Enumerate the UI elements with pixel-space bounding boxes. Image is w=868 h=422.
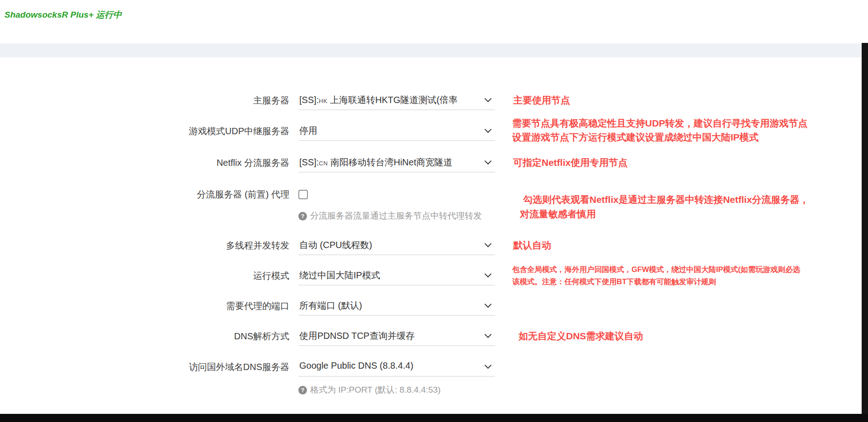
- field-label-front-proxy: 分流服务器 (前置) 代理: [90, 184, 289, 204]
- note-game-udp-server: 需要节点具有极高稳定性且支持UDP转发，建议自行寻找专用游戏节点 设置游戏节点下…: [512, 116, 807, 144]
- chevron-down-icon: [485, 362, 492, 369]
- note-front-proxy: 勾选则代表观看Netflix是通过主服务器中转连接Netflix分流服务器， 对…: [520, 192, 809, 221]
- help-text: 格式为 IP:PORT (默认: 8.8.4.4:53): [310, 384, 441, 396]
- note-threads: 默认自动: [513, 235, 551, 255]
- main-server-value: [SS]:HK 上海联通转HKTG隧道测试(倍率: [299, 94, 458, 106]
- threads-value: 自动 (CPU线程数): [299, 239, 372, 251]
- section-divider-bar: [0, 43, 862, 57]
- bottom-edge-bar: [0, 414, 868, 422]
- field-label-dns-mode: DNS解析方式: [90, 326, 289, 346]
- field-label-threads: 多线程并发转发: [90, 235, 289, 255]
- right-edge-strip: [862, 43, 868, 422]
- app-name: ShadowsocksR Plus+: [5, 10, 94, 19]
- game-udp-server-value: 停用: [299, 125, 317, 137]
- front-proxy-checkbox[interactable]: [298, 190, 308, 199]
- chevron-down-icon: [485, 271, 492, 278]
- value-text: 上海联通转HKTG隧道测试(倍率: [330, 95, 458, 105]
- help-text: 分流服务器流量通过主服务节点中转代理转发: [310, 210, 482, 222]
- note-line: 对流量敏感者慎用: [520, 207, 809, 221]
- note-line: 设置游戏节点下方运行模式建议设置成绕过中国大陆IP模式: [512, 130, 807, 144]
- foreign-dns-select[interactable]: Google Public DNS (8.8.4.4): [298, 357, 495, 377]
- run-mode-value: 绕过中国大陆IP模式: [299, 269, 380, 281]
- threads-select[interactable]: 自动 (CPU线程数): [298, 235, 495, 255]
- proxy-ports-select[interactable]: 所有端口 (默认): [298, 296, 495, 316]
- value-prefix: [SS]:: [299, 95, 319, 105]
- field-label-run-mode: 运行模式: [90, 266, 289, 286]
- field-label-proxy-ports: 需要代理的端口: [90, 296, 289, 316]
- chevron-down-icon: [485, 331, 492, 338]
- note-run-mode: 包含全局模式，海外用户回国模式，GFW模式，绕过中国大陆IP模式(如需玩游戏则必…: [512, 263, 800, 288]
- chevron-down-icon: [485, 126, 492, 133]
- question-mark-icon: ?: [298, 212, 307, 220]
- value-prefix: [SS]:: [299, 157, 319, 167]
- dns-mode-select[interactable]: 使用PDNSD TCP查询并缓存: [298, 326, 495, 346]
- note-line: 包含全局模式，海外用户回国模式，GFW模式，绕过中国大陆IP模式(如需玩游戏则必…: [512, 263, 800, 276]
- netflix-server-value: [SS]:CN 南阳移动转台湾HiNet商宽隧道: [299, 156, 453, 169]
- chevron-down-icon: [485, 301, 492, 308]
- dns-mode-value: 使用PDNSD TCP查询并缓存: [299, 330, 415, 342]
- content-area: ShadowsocksR Plus+ 运行中 主服务器 [SS]:HK 上海联通…: [0, 0, 862, 414]
- note-dns-mode: 如无自定义DNS需求建议自动: [519, 326, 643, 346]
- foreign-dns-value: Google Public DNS (8.8.4.4): [299, 361, 413, 371]
- note-line: 该模式。注意：任何模式下使用BT下载都有可能触发审计规则: [512, 276, 800, 288]
- page-title: ShadowsocksR Plus+ 运行中: [5, 9, 122, 21]
- note-line: 勾选则代表观看Netflix是通过主服务器中转连接Netflix分流服务器，: [520, 192, 809, 207]
- field-label-foreign-dns: 访问国外域名DNS服务器: [90, 357, 289, 377]
- chevron-down-icon: [485, 240, 492, 248]
- running-status-badge: 运行中: [96, 10, 122, 19]
- game-udp-server-select[interactable]: 停用: [298, 121, 495, 141]
- field-label-game-udp-server: 游戏模式UDP中继服务器: [90, 121, 289, 141]
- question-mark-icon: ?: [298, 386, 307, 394]
- field-label-netflix-server: Netflix 分流服务器: [90, 153, 289, 173]
- main-server-select[interactable]: [SS]:HK 上海联通转HKTG隧道测试(倍率: [298, 90, 495, 110]
- note-main-server: 主要使用节点: [513, 90, 570, 110]
- region-code: HK: [319, 98, 327, 104]
- run-mode-select[interactable]: 绕过中国大陆IP模式: [298, 266, 495, 286]
- field-label-main-server: 主服务器: [90, 90, 289, 110]
- header-background: [862, 0, 868, 43]
- proxy-ports-value: 所有端口 (默认): [299, 300, 362, 312]
- front-proxy-help: ? 分流服务器流量通过主服务节点中转代理转发: [298, 210, 482, 222]
- note-netflix-server: 可指定Netflix使用专用节点: [513, 153, 627, 173]
- value-text: 南阳移动转台湾HiNet商宽隧道: [330, 157, 453, 167]
- ssr-plus-settings-page: ShadowsocksR Plus+ 运行中 主服务器 [SS]:HK 上海联通…: [0, 0, 868, 422]
- chevron-down-icon: [485, 158, 492, 165]
- region-code: CN: [319, 160, 328, 167]
- note-line: 需要节点具有极高稳定性且支持UDP转发，建议自行寻找专用游戏节点: [512, 116, 807, 130]
- foreign-dns-help: ? 格式为 IP:PORT (默认: 8.8.4.4:53): [298, 384, 441, 396]
- chevron-down-icon: [485, 95, 492, 103]
- netflix-server-select[interactable]: [SS]:CN 南阳移动转台湾HiNet商宽隧道: [298, 153, 495, 173]
